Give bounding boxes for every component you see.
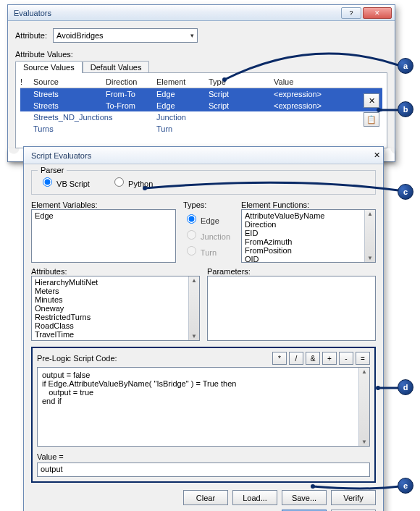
callout-d: d [398,379,413,395]
evaluators-title: Evaluators [14,9,340,17]
list-item[interactable]: Minutes [35,295,196,304]
attribute-value: AvoidBridges [56,31,104,40]
col-element[interactable]: Element [156,77,209,86]
script-evaluators-dialog: Script Evaluators ✕ Parser VB Script Pyt… [23,146,384,511]
list-item[interactable]: TravelTime [35,330,196,339]
attribute-combo[interactable]: AvoidBridges [53,28,198,43]
list-item[interactable]: FromAzimuth [245,237,372,246]
op-plus-button[interactable]: + [322,352,337,365]
col-value[interactable]: Value [274,77,346,86]
table-row[interactable]: StreetsFrom-ToEdgeScript<expression> [20,88,382,100]
radio-type-turn: Turn [183,244,234,257]
verify-button[interactable]: Verify [331,490,376,505]
col-direction[interactable]: Direction [106,77,156,86]
script-title: Script Evaluators [31,151,374,160]
values-grid: ! Source Direction Element Type Value St… [15,72,387,148]
parser-group: Parser VB Script Python [31,170,376,195]
element-functions-label: Element Functions: [241,200,376,209]
list-item[interactable]: RoadClass [35,321,196,330]
list-item[interactable]: OID [245,255,372,263]
callout-e: e [398,478,413,494]
close-button[interactable]: ✕ [363,7,392,19]
list-item[interactable]: Meters [35,287,196,295]
list-item[interactable]: Edge [35,211,172,220]
attribute-label: Attribute: [15,31,53,40]
prelogic-code-input[interactable]: output = false if Edge.AttributeValueByN… [37,367,370,447]
col-type[interactable]: Type [209,77,274,86]
evaluators-titlebar: Evaluators ? ✕ [8,5,395,21]
prelogic-label: Pre-Logic Script Code: [37,354,272,363]
op-minus-button[interactable]: - [339,352,353,365]
table-row[interactable]: StreetsTo-FromEdgeScript<expression> [20,100,382,111]
list-item[interactable]: AttributeValueByName [245,211,372,220]
types-label: Types: [183,200,234,209]
attribute-values-label: Attribute Values: [15,50,387,59]
save-button[interactable]: Save... [282,490,327,505]
clear-button[interactable]: Clear [183,490,228,505]
delete-button[interactable]: ✕ [364,93,379,108]
element-variables-label: Element Variables: [31,200,176,209]
help-button[interactable]: ? [341,7,361,19]
list-item[interactable]: RestrictedTurns [35,313,196,321]
radio-python[interactable]: Python [111,180,153,188]
value-input[interactable]: output [37,463,370,477]
properties-button[interactable]: 📋 [364,112,379,127]
op-equals-button[interactable]: = [356,352,370,365]
element-functions-list[interactable]: AttributeValueByName Direction EID FromA… [241,209,376,263]
table-row[interactable]: Streets_ND_JunctionsJunction [20,111,382,123]
prelogic-frame: Pre-Logic Script Code: * / & + - = outpu… [31,347,376,483]
x-icon: ✕ [369,96,375,106]
properties-icon: 📋 [366,115,377,124]
attributes-label: Attributes: [31,267,200,276]
script-titlebar: Script Evaluators ✕ [24,147,383,164]
list-item[interactable]: HierarchyMultiNet [35,278,196,287]
list-item[interactable]: Oneway [35,304,196,313]
callout-c: c [398,184,413,200]
scrollbar[interactable] [364,210,375,262]
tab-default-values[interactable]: Default Values [83,61,150,73]
close-button[interactable]: ✕ [374,151,380,160]
value-label: Value = [37,452,370,461]
list-item[interactable]: Direction [245,220,372,229]
load-button[interactable]: Load... [232,490,277,505]
parameters-label: Parameters: [207,267,376,276]
col-bang[interactable]: ! [20,77,33,86]
parser-label: Parser [38,166,67,174]
callout-a: a [398,58,413,74]
op-concat-button[interactable]: & [306,352,320,365]
scrollbar[interactable] [358,368,369,446]
attributes-list[interactable]: HierarchyMultiNet Meters Minutes Oneway … [31,276,200,341]
radio-vbscript-input[interactable] [43,177,52,187]
table-row[interactable]: TurnsTurn [20,123,382,135]
tab-source-values[interactable]: Source Values [15,61,83,73]
list-item[interactable]: FromPosition [245,246,372,255]
parameters-list[interactable] [207,276,376,341]
callout-b: b [398,101,413,117]
radio-type-edge[interactable]: Edge [183,212,234,225]
col-source[interactable]: Source [33,77,106,86]
element-variables-list[interactable]: Edge [31,209,176,263]
scrollbar[interactable] [188,276,199,340]
op-multiply-button[interactable]: * [272,352,287,365]
radio-vbscript[interactable]: VB Script [39,180,90,188]
radio-type-junction: Junction [183,228,234,241]
op-divide-button[interactable]: / [289,352,303,365]
radio-python-input[interactable] [114,177,124,187]
evaluators-dialog: Evaluators ? ✕ Attribute: AvoidBridges A… [7,4,395,162]
list-item[interactable]: EID [245,229,372,237]
